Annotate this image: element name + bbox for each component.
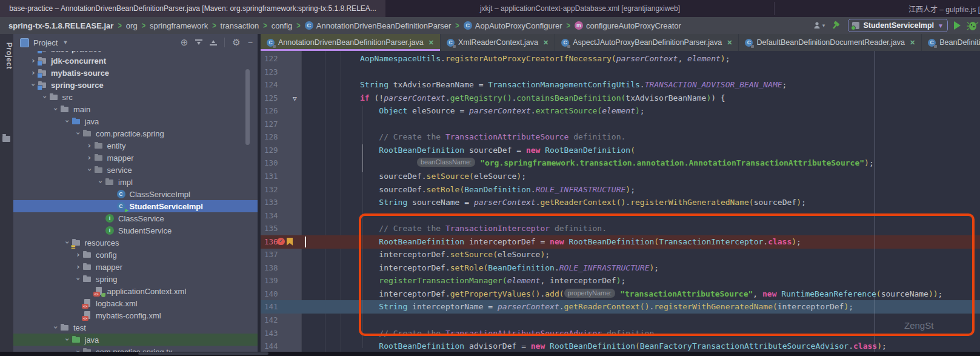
project-tree-item-com.practice.spring[interactable]: ›com.practice.spring xyxy=(13,127,258,139)
run-config-select[interactable]: StudentServiceImpl ▼ xyxy=(848,19,948,32)
code-line-125[interactable]: 125▽if (!parserContext.getRegistry().con… xyxy=(261,92,980,105)
project-tree-item-com.practice.spring.tx[interactable]: ›com.practice.spring.tx xyxy=(13,346,258,352)
line-number[interactable]: 130 xyxy=(261,156,291,170)
line-number[interactable]: 124 xyxy=(261,78,291,92)
line-number[interactable]: 139 xyxy=(261,274,291,287)
line-number[interactable]: 127 xyxy=(261,118,291,131)
project-tree-item-logback.xml[interactable]: logback.xml xyxy=(13,297,258,309)
line-number[interactable]: 142 xyxy=(261,314,291,327)
project-tree-item-test[interactable]: ›test xyxy=(13,321,258,334)
project-tree-item-config[interactable]: ›config xyxy=(13,249,258,261)
locate-file-icon[interactable]: ⊕ xyxy=(181,37,188,48)
project-tree-item-mybatis-source[interactable]: ›mybatis-source xyxy=(13,67,258,79)
breadcrumb-item-AopAutoProxyConfigurer[interactable]: CAopAutoProxyConfigurer xyxy=(464,21,562,30)
line-number[interactable]: 123 xyxy=(261,65,291,79)
code-line-127[interactable]: 127 xyxy=(261,118,980,131)
chevron-right-icon[interactable]: › xyxy=(74,249,82,261)
line-number[interactable]: 135 xyxy=(261,222,291,235)
project-tree-item-entity[interactable]: ›entity xyxy=(13,139,258,152)
chevron-right-icon[interactable]: › xyxy=(85,152,94,164)
code-line-133[interactable]: 133 String sourceName = parserContext.ge… xyxy=(261,196,980,209)
line-number[interactable]: 131 xyxy=(261,170,291,183)
breadcrumb-item-config[interactable]: config xyxy=(272,21,293,30)
breadcrumb-item-org[interactable]: org xyxy=(126,21,138,30)
chevron-right-icon[interactable]: › xyxy=(29,67,38,79)
line-number[interactable]: 140 xyxy=(261,287,291,301)
editor-tab-DefaultBeanDefinitionDocumentReader.java[interactable]: CDefaultBeanDefinitionDocumentReader.jav… xyxy=(739,34,922,51)
line-number[interactable]: 136 xyxy=(261,235,291,249)
build-hammer-button[interactable] xyxy=(831,20,842,31)
line-number[interactable]: 132 xyxy=(261,183,291,196)
line-number[interactable]: 141 xyxy=(261,300,291,314)
project-tree-item-resources[interactable]: ›resources xyxy=(13,237,258,249)
chevron-right-icon[interactable]: › xyxy=(29,55,38,67)
project-tree-item-jdk-concurrent[interactable]: ›jdk-concurrent xyxy=(13,55,258,67)
project-tree-item-java[interactable]: ›java xyxy=(13,334,258,346)
project-tree-item-mapper[interactable]: ›mapper xyxy=(13,152,258,164)
code-editor[interactable]: 122AopNamespaceUtils.registerAutoProxyCr… xyxy=(261,51,980,352)
breadcrumb-item-spring-tx-5.1.8.RELEASE.jar[interactable]: spring-tx-5.1.8.RELEASE.jar xyxy=(8,21,113,30)
close-icon[interactable]: ✕ xyxy=(543,39,548,47)
project-tool-window-tab[interactable]: Project xyxy=(0,42,13,69)
project-tree-item-mybatis-config.xml[interactable]: mybatis-config.xml xyxy=(13,309,258,321)
tree-horizontal-scrollbar[interactable] xyxy=(138,352,268,355)
run-button[interactable] xyxy=(954,21,961,30)
line-number[interactable]: 144 xyxy=(261,340,291,352)
breakpoint-icon[interactable]: ✔ xyxy=(277,238,285,245)
window-title-segment[interactable]: base-practice – AnnotationDrivenBeanDefi… xyxy=(0,0,385,17)
line-number[interactable]: 122 xyxy=(261,52,291,65)
expand-all-icon[interactable] xyxy=(195,39,202,46)
code-line-131[interactable]: 131 sourceDef.setSource(eleSource); xyxy=(261,170,980,183)
code-line-126[interactable]: 126 Object eleSource = parserContext.ext… xyxy=(261,104,980,118)
tree-scrollbar[interactable] xyxy=(245,69,250,145)
project-tree-item-impl[interactable]: ›impl xyxy=(13,176,258,188)
code-line-129[interactable]: 129 RootBeanDefinition sourceDef = new R… xyxy=(261,144,980,157)
project-tree-item-src[interactable]: ›src xyxy=(13,91,258,103)
project-tree-item-main[interactable]: ›main xyxy=(13,103,258,115)
code-line-122[interactable]: 122AopNamespaceUtils.registerAutoProxyCr… xyxy=(261,52,980,65)
code-line-123[interactable]: 123 xyxy=(261,65,980,79)
line-number[interactable]: 129 xyxy=(261,144,291,157)
code-line-128[interactable]: 128 // Create the TransactionAttributeSo… xyxy=(261,130,980,144)
project-tree-item-service[interactable]: ›service xyxy=(13,164,258,176)
close-icon[interactable]: ✕ xyxy=(910,39,915,47)
project-tree-item-spring-source[interactable]: ›spring-source xyxy=(13,79,258,91)
line-number[interactable]: 128 xyxy=(261,130,291,144)
close-icon[interactable]: ✕ xyxy=(428,39,434,47)
line-number[interactable]: 126 xyxy=(261,104,291,118)
line-number[interactable]: 133 xyxy=(261,196,291,209)
chevron-down-icon[interactable]: ▼ xyxy=(62,39,68,45)
fold-arrow-icon[interactable]: ▽ xyxy=(293,92,297,106)
gear-icon[interactable]: ⚙ xyxy=(232,37,240,48)
line-number[interactable]: 138 xyxy=(261,261,291,275)
debug-button[interactable] xyxy=(967,20,979,31)
project-tree-item-StudentServiceImpl[interactable]: StudentServiceImpl xyxy=(13,200,258,212)
breadcrumb-item-springframework[interactable]: springframework xyxy=(150,21,208,30)
window-title-segment[interactable]: jxkjt – applicationContext-appDatabase.x… xyxy=(385,0,775,17)
project-tree-item-StudentService[interactable]: StudentService xyxy=(13,224,258,237)
line-number[interactable]: 125 xyxy=(261,92,291,105)
hide-panel-icon[interactable]: − xyxy=(248,38,253,47)
breadcrumb-item-transaction[interactable]: transaction xyxy=(221,21,259,30)
project-tree-item-java[interactable]: ›java xyxy=(13,115,258,127)
code-line-132[interactable]: 132 sourceDef.setRole(BeanDefinition.ROL… xyxy=(261,183,980,196)
editor-tab-AspectJAutoProxyBeanDefinitionParser.java[interactable]: CAspectJAutoProxyBeanDefinitionParser.ja… xyxy=(555,34,739,51)
code-line-144[interactable]: 144 RootBeanDefinition advisorDef = new … xyxy=(261,340,980,352)
window-title-segment[interactable]: 江西人才 – gulpfile.js [ xyxy=(775,0,980,17)
chevron-right-icon[interactable]: › xyxy=(74,261,82,273)
editor-tab-XmlReaderContext.java[interactable]: CXmlReaderContext.java✕ xyxy=(441,34,555,51)
line-number[interactable]: 134 xyxy=(261,209,291,223)
editor-tab-AnnotationDrivenBeanDefinitionParser.java[interactable]: CAnnotationDrivenBeanDefinitionParser.ja… xyxy=(261,34,441,51)
project-tree-item-spring[interactable]: ›spring xyxy=(13,273,258,285)
code-line-124[interactable]: 124String txAdvisorBeanName = Transactio… xyxy=(261,78,980,92)
chevron-right-icon[interactable]: › xyxy=(85,139,94,152)
line-number[interactable]: 137 xyxy=(261,248,291,261)
line-number[interactable]: 143 xyxy=(261,327,291,340)
project-tree-item-applicationContext.xml[interactable]: applicationContext.xml xyxy=(13,285,258,297)
project-tree-item-mapper[interactable]: ›mapper xyxy=(13,261,258,273)
project-tree-item-ClassServiceImpl[interactable]: ClassServiceImpl xyxy=(13,188,258,200)
close-icon[interactable]: ✕ xyxy=(727,39,732,47)
breadcrumb-item-AnnotationDrivenBeanDefinitionParser[interactable]: CAnnotationDrivenBeanDefinitionParser xyxy=(305,21,452,30)
project-tree-item-ClassService[interactable]: ClassService xyxy=(13,212,258,224)
user-profile-button[interactable]: ▾ xyxy=(813,21,825,30)
